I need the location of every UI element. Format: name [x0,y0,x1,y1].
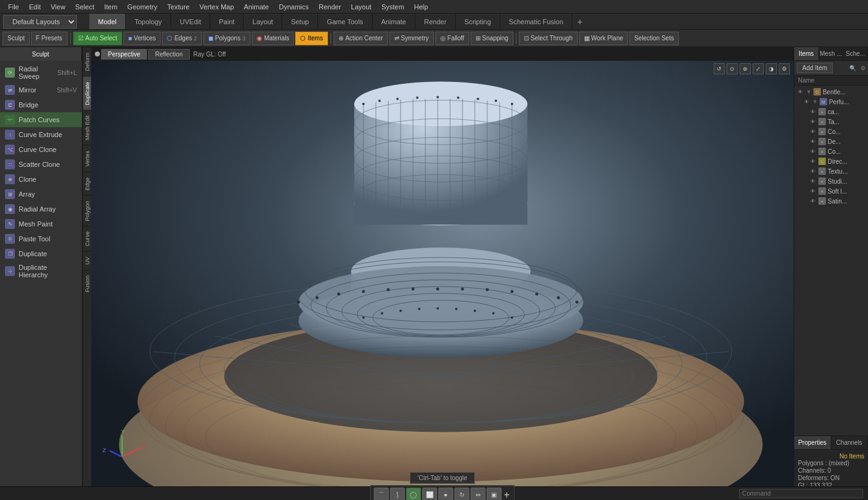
tab-uvedit[interactable]: UVEdit [171,14,210,29]
tree-item-ca[interactable]: 👁 • ca... [794,107,868,117]
menu-view[interactable]: View [46,2,71,12]
vert-tab-mesh-edit[interactable]: Mesh Edit [83,110,91,145]
snapping-button[interactable]: ⊞ Snapping [471,32,513,45]
vert-tab-curve[interactable]: Curve [83,226,91,251]
bottom-tool-sym[interactable]: ⇔ [471,488,485,501]
menu-edit[interactable]: Edit [24,2,46,12]
select-through-button[interactable]: ⊡ Select Through [519,32,578,45]
tree-item-soft[interactable]: 👁 • Soft l... [794,186,868,196]
bottom-tool-box[interactable]: ⬜ [422,488,437,501]
tool-scatter-clone[interactable]: ∷ Scatter Clone [0,157,82,172]
right-tab-schematic[interactable]: Sche... [843,47,868,60]
bottom-tool-cam[interactable]: ▣ [487,488,502,501]
tool-curve-extrude[interactable]: ↑ Curve Extrude [0,127,82,142]
menu-vertex-map[interactable]: Vertex Map [195,2,239,12]
tab-scripting[interactable]: Scripting [456,14,500,29]
viewport-fit-icon[interactable]: ⤢ [753,63,764,74]
eye-icon[interactable]: 👁 [809,108,817,115]
viewport-zoom-icon[interactable]: ⊕ [740,63,751,74]
tab-animate[interactable]: Animate [373,14,415,29]
viewport-shading-icon[interactable]: ◑ [766,63,777,74]
side-tab-sculpt[interactable]: Sculpt [0,47,82,61]
bottom-tool-curve1[interactable]: ⌒ [374,488,389,501]
menu-layout[interactable]: Layout [346,2,376,12]
vert-tab-uv[interactable]: UV [83,251,91,270]
bottom-tool-add[interactable]: + [503,489,511,501]
tool-radial-array[interactable]: ◉ Radial Array [0,202,82,217]
menu-file[interactable]: File [3,2,24,12]
symmetry-button[interactable]: ⇌ Symmetry [389,32,434,45]
rb-tab-properties[interactable]: Properties [794,436,831,449]
tool-clone[interactable]: ⊕ Clone [0,172,82,187]
layout-dropdown[interactable]: Default Layouts [3,15,77,29]
materials-button[interactable]: ◉ Materials [252,32,294,45]
work-plane-button[interactable]: ▦ Work Plane [579,32,629,45]
eye-icon[interactable]: 👁 [803,98,810,105]
tab-layout[interactable]: Layout [244,14,282,29]
vp-tab-reflection[interactable]: Reflection [148,49,189,60]
bottom-tool-circle[interactable]: ◯ [406,488,421,501]
menu-render[interactable]: Render [314,2,346,12]
viewport[interactable]: Perspective Reflection Ray GL: Off ↺ ⊙ ⊕… [91,47,794,500]
add-item-button[interactable]: Add Item [797,63,833,73]
menu-geometry[interactable]: Geometry [122,2,162,12]
menu-system[interactable]: System [376,2,409,12]
tree-item-satin[interactable]: 👁 • Satin... [794,196,868,206]
tree-item-de[interactable]: 👁 • De... [794,136,868,146]
eye-icon[interactable]: 👁 [809,197,817,205]
tab-model[interactable]: Model [89,14,126,29]
tab-paint[interactable]: Paint [210,14,244,29]
vert-tab-fusion[interactable]: Fusion [83,270,91,297]
menu-help[interactable]: Help [409,2,433,12]
tree-item-co2[interactable]: 👁 • Co... [794,146,868,156]
eye-icon[interactable]: 👁 [809,138,817,145]
tool-mesh-paint[interactable]: ✎ Mesh Paint [0,217,82,231]
tree-item-direc[interactable]: 👁 L Direc... [794,156,868,166]
falloff-button[interactable]: ◎ Falloff [435,32,469,45]
right-search-icon[interactable]: 🔍 [849,65,856,71]
menu-texture[interactable]: Texture [162,2,195,12]
eye-icon[interactable]: 👁 [809,128,817,135]
right-tab-mesh[interactable]: Mesh ... [819,47,844,60]
eye-icon[interactable]: 👁 [809,167,817,175]
vert-tab-duplicate[interactable]: Duplicate [83,76,91,110]
items-button[interactable]: ⬡ Items [295,32,327,45]
tool-array[interactable]: ⊞ Array [0,187,82,202]
tool-duplicate-hierarchy[interactable]: ⊹ Duplicate Hierarchy [0,261,82,281]
rb-tab-channels[interactable]: Channels [831,436,869,449]
menu-dynamics[interactable]: Dynamics [274,2,314,12]
vertices-button[interactable]: ■ Vertices [123,32,161,45]
tool-radial-sweep[interactable]: ⟳ Radial Sweep Shift+L [0,63,82,83]
eye-icon[interactable]: 👁 [809,177,817,185]
menu-item[interactable]: Item [99,2,122,12]
tool-mirror[interactable]: ⇌ Mirror Shift+V [0,83,82,97]
sculpt-button[interactable]: Sculpt [2,32,30,45]
tree-item-textu[interactable]: 👁 • Textu... [794,166,868,176]
viewport-reset-icon[interactable]: ↺ [714,63,725,74]
vp-tab-perspective[interactable]: Perspective [101,49,147,60]
tool-paste-tool[interactable]: ⎘ Paste Tool [0,231,82,246]
edges-button[interactable]: ⬡ Edges 2 [162,32,202,45]
menu-animate[interactable]: Animate [239,2,273,12]
tree-item-ta[interactable]: 👁 • Ta... [794,117,868,127]
action-center-button[interactable]: ⊕ Action Center [334,32,388,45]
viewport-camera-icon[interactable]: ⊙ [727,63,738,74]
selection-sets-button[interactable]: Selection Sets [629,32,679,45]
tab-render[interactable]: Render [415,14,456,29]
menu-select[interactable]: Select [70,2,99,12]
polygons-button[interactable]: ◼ Polygons 3 [203,32,250,45]
eye-icon[interactable]: 👁 [809,148,817,155]
tool-duplicate[interactable]: ❐ Duplicate [0,246,82,261]
auto-select-button[interactable]: ☑ Auto Select [73,32,122,45]
right-settings-icon[interactable]: ⚙ [861,65,866,71]
right-tab-items[interactable]: Items [794,47,819,60]
tool-bridge[interactable]: ⊏ Bridge [0,97,82,112]
tree-item-perfu[interactable]: 👁 ▼ M Perfu... [794,97,868,107]
bottom-tool-rotate[interactable]: ↻ [454,488,469,501]
bottom-tool-sphere[interactable]: ● [438,488,453,501]
tab-setup[interactable]: Setup [282,14,318,29]
viewport-settings-icon[interactable]: ⚙ [779,63,790,74]
eye-icon[interactable]: 👁 [797,88,804,96]
tool-patch-curves[interactable]: 〰 Patch Curves [0,112,82,127]
bottom-tool-curve2[interactable]: ⟆ [390,488,405,501]
